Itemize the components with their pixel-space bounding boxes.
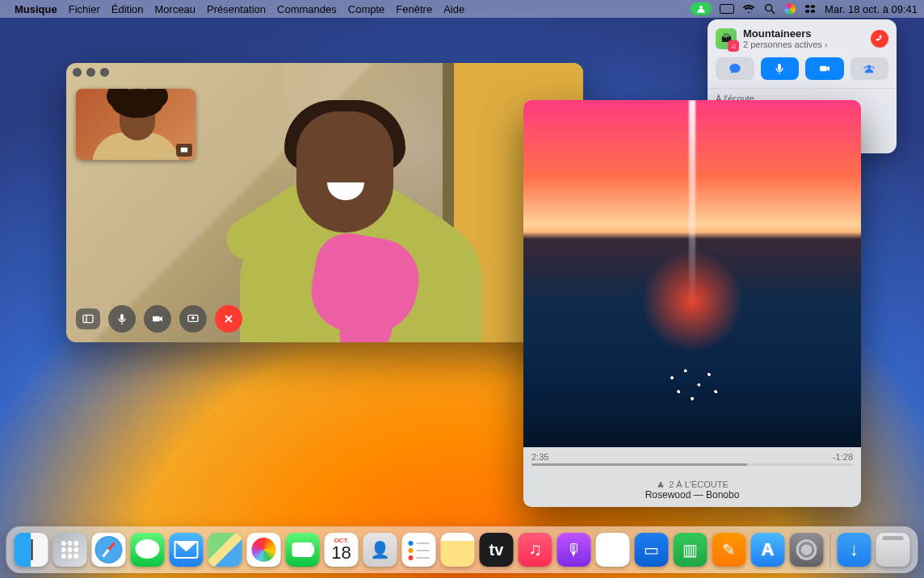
pip-expand-icon[interactable] xyxy=(176,144,192,157)
dock-facetime[interactable] xyxy=(286,533,320,567)
group-name: Mountaineers xyxy=(743,27,864,40)
time-elapsed: 2:35 xyxy=(531,452,548,462)
svg-rect-14 xyxy=(153,316,160,322)
listeners-badge: 2 À L'ÉCOUTE xyxy=(531,480,853,489)
group-avatar-icon: 🏔 xyxy=(716,28,737,49)
menu-edit[interactable]: Édition xyxy=(111,3,144,15)
siri-icon[interactable] xyxy=(784,3,796,15)
svg-rect-7 xyxy=(778,64,781,70)
now-playing-title: Rosewood — Bonobo xyxy=(531,489,853,501)
svg-rect-8 xyxy=(820,66,827,72)
svg-point-0 xyxy=(699,6,703,9)
dock: oct. 18 👤 tv 🎙 N ▭ ▥ ✎ xyxy=(6,526,918,573)
dock-numbers[interactable]: ▥ xyxy=(674,533,708,567)
mute-button[interactable] xyxy=(108,305,136,333)
menu-window[interactable]: Fenêtre xyxy=(396,3,432,15)
menu-controls[interactable]: Commandes xyxy=(277,3,337,15)
messages-button[interactable] xyxy=(716,57,754,80)
dock-trash[interactable] xyxy=(876,533,910,567)
svg-rect-3 xyxy=(805,5,809,7)
menubar-status: Mar. 18 oct. à 09:41 xyxy=(691,2,918,15)
dock-notes[interactable] xyxy=(441,533,475,567)
dock-contacts[interactable]: 👤 xyxy=(363,533,397,567)
menubar-clock[interactable]: Mar. 18 oct. à 09:41 xyxy=(825,3,918,15)
dock-settings[interactable] xyxy=(790,533,824,567)
window-controls[interactable] xyxy=(73,68,109,77)
group-subtitle: 2 personnes actives xyxy=(743,40,864,49)
dock-launchpad[interactable] xyxy=(53,533,87,567)
svg-line-2 xyxy=(771,10,775,14)
dock-tv[interactable]: tv xyxy=(480,533,514,567)
svg-point-18 xyxy=(660,482,662,484)
dock-safari[interactable] xyxy=(92,533,126,567)
svg-rect-11 xyxy=(83,315,93,322)
dock-podcasts[interactable]: 🎙 xyxy=(557,533,591,567)
dock-finder[interactable] xyxy=(15,533,48,567)
shareplay-button[interactable] xyxy=(850,57,889,80)
camera-button[interactable] xyxy=(805,57,844,80)
spotlight-icon[interactable] xyxy=(763,2,776,15)
sidebar-toggle-button[interactable] xyxy=(76,308,100,329)
album-artwork xyxy=(523,100,861,447)
dock-news[interactable]: N xyxy=(596,533,630,567)
time-remaining: -1:28 xyxy=(833,452,853,462)
battery-icon[interactable] xyxy=(720,4,734,14)
dock-photos[interactable] xyxy=(247,533,281,567)
menu-file[interactable]: Fichier xyxy=(69,3,100,15)
shareplay-status-icon[interactable] xyxy=(691,2,712,15)
menu-account[interactable]: Compte xyxy=(348,3,385,15)
dock-calendar[interactable]: oct. 18 xyxy=(325,533,359,567)
dock-appstore[interactable] xyxy=(751,533,785,567)
dock-maps[interactable] xyxy=(208,533,242,567)
svg-rect-10 xyxy=(181,148,187,153)
facetime-self-view[interactable] xyxy=(76,89,195,160)
app-menu[interactable]: Musique xyxy=(15,3,57,15)
dock-mail[interactable] xyxy=(170,533,204,567)
menu-track[interactable]: Morceau xyxy=(155,3,196,15)
svg-rect-6 xyxy=(811,10,815,12)
dock-pages[interactable]: ✎ xyxy=(712,533,746,567)
menu-view[interactable]: Présentation xyxy=(207,3,266,15)
control-center-icon[interactable] xyxy=(804,2,817,15)
menu-help[interactable]: Aide xyxy=(443,3,464,15)
dock-downloads[interactable] xyxy=(838,533,872,567)
share-screen-button[interactable] xyxy=(179,305,207,333)
dock-music[interactable] xyxy=(519,533,552,567)
facetime-window xyxy=(66,63,583,342)
svg-point-1 xyxy=(766,5,772,11)
mic-button[interactable] xyxy=(761,57,800,80)
svg-rect-4 xyxy=(811,5,815,7)
playback-scrubber[interactable] xyxy=(531,463,853,466)
dock-reminders[interactable] xyxy=(402,533,436,567)
now-playing-window: 2:35 -1:28 2 À L'ÉCOUTE Rosewood — Bonob… xyxy=(523,100,861,507)
svg-rect-13 xyxy=(120,314,124,320)
group-info[interactable]: Mountaineers 2 personnes actives xyxy=(743,27,864,49)
video-toggle-button[interactable] xyxy=(144,305,171,333)
dock-messages[interactable] xyxy=(131,533,165,567)
svg-rect-5 xyxy=(805,10,809,12)
end-call-button[interactable] xyxy=(215,305,242,333)
leave-call-button[interactable] xyxy=(871,30,888,48)
dock-separator xyxy=(830,534,831,566)
facetime-controls xyxy=(76,305,242,333)
dock-keynote[interactable]: ▭ xyxy=(635,533,669,567)
wifi-icon[interactable] xyxy=(742,2,755,15)
menubar: Musique Fichier Édition Morceau Présenta… xyxy=(0,0,924,18)
svg-point-9 xyxy=(867,65,872,69)
